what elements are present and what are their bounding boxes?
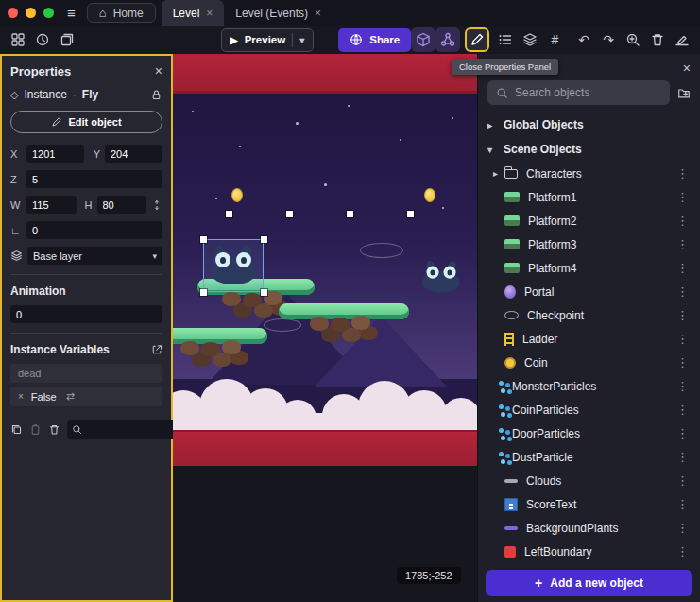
add-folder-icon[interactable] [677, 85, 691, 101]
lock-icon[interactable] [150, 89, 162, 101]
object-list-item[interactable]: Platform1 ⋮ [478, 185, 700, 209]
grid-button[interactable]: # [542, 27, 567, 52]
object-list-item[interactable]: CoinParticles ⋮ [478, 398, 700, 421]
object-list-item[interactable]: DustParticle ⋮ [478, 445, 700, 469]
object-expand-caret[interactable]: ▸ [493, 168, 504, 179]
selection-handle[interactable] [226, 211, 232, 217]
object-list-item[interactable]: Portal ⋮ [478, 280, 700, 303]
platform-instance[interactable] [173, 328, 267, 376]
object-list-item[interactable]: Platform4 ⋮ [478, 256, 700, 280]
platform-instance[interactable] [279, 303, 409, 352]
rename-button[interactable] [670, 27, 694, 52]
edit-object-button[interactable]: Edit object [10, 111, 162, 133]
object-list-item[interactable]: BackgroundPlants ⋮ [478, 516, 700, 540]
object-menu-button[interactable]: ⋮ [674, 308, 691, 322]
object-list-item[interactable]: Ladder ⋮ [478, 327, 700, 351]
object-menu-button[interactable]: ⋮ [674, 284, 691, 299]
duplicate-variable-button[interactable] [10, 423, 23, 436]
object-menu-button[interactable]: ⋮ [674, 521, 691, 535]
objects-panel-button[interactable] [411, 27, 435, 52]
coin-instance[interactable] [231, 188, 243, 202]
external-link-icon[interactable] [151, 344, 162, 355]
redo-button[interactable]: ↷ [596, 27, 621, 52]
undo-button[interactable]: ↶ [572, 27, 596, 52]
instances-list-button[interactable] [493, 27, 518, 52]
object-menu-button[interactable]: ⋮ [674, 544, 691, 559]
delete-variable-button[interactable] [48, 423, 60, 436]
object-list-item[interactable]: Coin ⋮ [478, 351, 700, 374]
dashboard-button[interactable] [6, 27, 30, 52]
y-input[interactable] [105, 145, 162, 163]
global-objects-group[interactable]: ▸ Global Objects [478, 112, 700, 137]
traffic-light-minimize[interactable] [26, 8, 36, 18]
object-menu-button[interactable]: ⋮ [674, 379, 691, 393]
objects-search-input[interactable] [515, 86, 661, 99]
selection-handle[interactable] [261, 236, 267, 243]
tab-home[interactable]: ⌂ Home [87, 3, 156, 23]
properties-panel-button[interactable] [465, 27, 489, 52]
traffic-light-zoom[interactable] [43, 8, 54, 18]
tab-level-events[interactable]: Level (Events) × [224, 0, 333, 26]
tab-close-icon[interactable]: × [315, 7, 321, 20]
z-input[interactable] [26, 170, 162, 188]
selection-handle[interactable] [200, 289, 207, 296]
toggle-value-icon[interactable]: ⇄ [66, 390, 75, 403]
object-menu-button[interactable]: ⋮ [674, 261, 691, 275]
object-menu-button[interactable]: ⋮ [674, 426, 691, 440]
scene-canvas[interactable]: 1785;-252 [173, 54, 477, 602]
object-list-item[interactable]: ▸ Characters ⋮ [478, 162, 700, 185]
object-menu-button[interactable]: ⋮ [674, 403, 691, 417]
selection-handle[interactable] [286, 211, 293, 217]
rotation-input[interactable] [26, 221, 162, 239]
object-list-item[interactable]: ScoreText ⋮ [478, 492, 700, 516]
paste-variable-button[interactable] [29, 423, 42, 436]
object-list-item[interactable]: LeftBoundary ⋮ [478, 540, 700, 563]
object-menu-button[interactable]: ⋮ [674, 237, 691, 251]
layer-select[interactable]: Base layer ▾ [27, 247, 162, 265]
share-button[interactable]: Share [338, 28, 411, 52]
scene-objects-group[interactable]: ▾ Scene Objects [478, 137, 700, 162]
selection-handle[interactable] [347, 211, 353, 217]
tab-close-icon[interactable]: × [206, 7, 213, 20]
object-list-item[interactable]: Clouds ⋮ [478, 469, 700, 492]
tab-level[interactable]: Level × [162, 0, 225, 26]
variable-value-row[interactable]: × False ⇄ [10, 387, 162, 406]
fly-instance[interactable] [421, 260, 462, 294]
object-menu-button[interactable]: ⋮ [674, 214, 691, 228]
selection-handle[interactable] [200, 236, 207, 243]
width-input[interactable] [26, 196, 77, 214]
lock-ratio-icon[interactable] [151, 199, 162, 211]
preview-options-caret-icon[interactable]: ▾ [299, 35, 304, 45]
object-menu-button[interactable]: ⋮ [674, 497, 691, 511]
object-menu-button[interactable]: ⋮ [674, 166, 691, 181]
close-properties-icon[interactable]: × [155, 63, 162, 78]
objects-search-box[interactable] [487, 80, 670, 105]
history-button[interactable] [30, 27, 55, 52]
object-menu-button[interactable]: ⋮ [674, 190, 691, 204]
fly-instance-selected[interactable] [209, 245, 258, 286]
coin-instance[interactable] [424, 188, 435, 202]
object-menu-button[interactable]: ⋮ [674, 332, 691, 346]
projects-button[interactable] [55, 27, 79, 52]
object-menu-button[interactable]: ⋮ [674, 355, 691, 370]
delete-button[interactable] [645, 27, 670, 52]
object-groups-button[interactable] [435, 27, 460, 52]
animation-input[interactable] [10, 305, 162, 323]
selection-handle[interactable] [261, 289, 267, 296]
object-menu-button[interactable]: ⋮ [674, 450, 691, 464]
object-list-item[interactable]: MonsterParticles ⋮ [478, 374, 700, 398]
preview-button[interactable]: ▶ Preview ▾ [221, 28, 314, 52]
variable-name-row[interactable]: dead [10, 364, 162, 383]
object-list-item[interactable]: Platform2 ⋮ [478, 209, 700, 232]
x-input[interactable] [26, 145, 84, 163]
layers-button[interactable] [518, 27, 542, 52]
object-list-item[interactable]: Checkpoint ⋮ [478, 303, 700, 327]
selection-handle[interactable] [407, 211, 414, 217]
object-list-item[interactable]: DoorParticles ⋮ [478, 421, 700, 445]
main-menu-icon[interactable]: ≡ [67, 5, 76, 21]
height-input[interactable] [97, 196, 147, 214]
add-new-object-button[interactable]: + Add a new object [486, 570, 692, 596]
object-list-item[interactable]: Platform3 ⋮ [478, 232, 700, 256]
traffic-light-close[interactable] [8, 8, 18, 18]
close-objects-panel-icon[interactable]: × [683, 60, 691, 76]
